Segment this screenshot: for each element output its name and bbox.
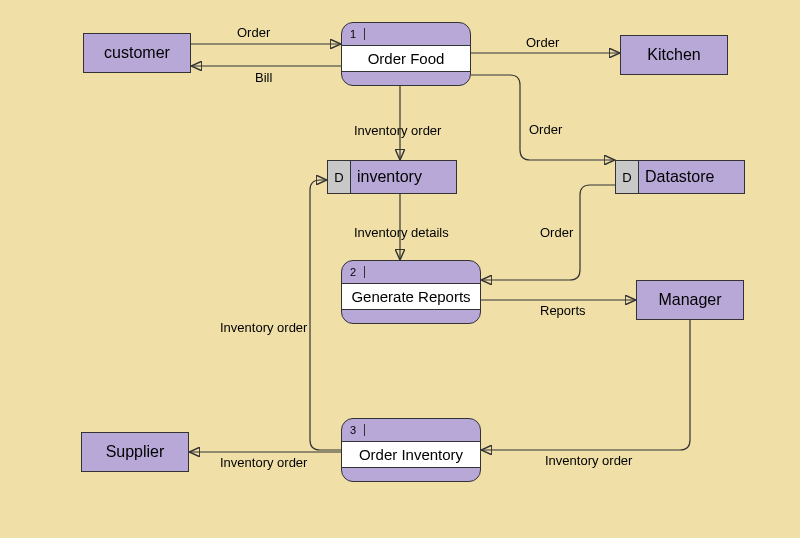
entity-customer: customer (83, 33, 191, 73)
flow-label-reports: Reports (540, 303, 586, 318)
flow-label-inv-order-4: Inventory order (545, 453, 632, 468)
entity-supplier: Supplier (81, 432, 189, 472)
entity-label: Kitchen (647, 46, 700, 64)
datastore-datastore: D Datastore (615, 160, 745, 194)
entity-label: Supplier (106, 443, 165, 461)
entity-kitchen: Kitchen (620, 35, 728, 75)
process-number: 3 (350, 424, 365, 436)
flow-label-inv-order-2: Inventory order (220, 320, 307, 335)
dfd-canvas: customer Kitchen Manager Supplier 1 Orde… (0, 0, 800, 538)
flow-label-bill: Bill (255, 70, 272, 85)
flow-label-order-3: Order (529, 122, 562, 137)
process-order-food: 1 Order Food (341, 22, 471, 86)
flow-label-order-1: Order (237, 25, 270, 40)
process-generate-reports: 2 Generate Reports (341, 260, 481, 324)
datastore-tag: D (328, 161, 351, 193)
datastore-label: Datastore (639, 161, 744, 193)
entity-label: customer (104, 44, 170, 62)
flow-label-inv-order-1: Inventory order (354, 123, 441, 138)
flow-label-inv-details: Inventory details (354, 225, 449, 240)
datastore-tag: D (616, 161, 639, 193)
flow-label-inv-order-3: Inventory order (220, 455, 307, 470)
process-label: Order Inventory (342, 441, 480, 468)
process-number: 1 (350, 28, 365, 40)
process-number: 2 (350, 266, 365, 278)
flow-label-order-4: Order (540, 225, 573, 240)
entity-label: Manager (658, 291, 721, 309)
process-label: Generate Reports (342, 283, 480, 310)
flow-label-order-2: Order (526, 35, 559, 50)
datastore-label: inventory (351, 161, 456, 193)
datastore-inventory: D inventory (327, 160, 457, 194)
process-order-inventory: 3 Order Inventory (341, 418, 481, 482)
entity-manager: Manager (636, 280, 744, 320)
process-label: Order Food (342, 45, 470, 72)
